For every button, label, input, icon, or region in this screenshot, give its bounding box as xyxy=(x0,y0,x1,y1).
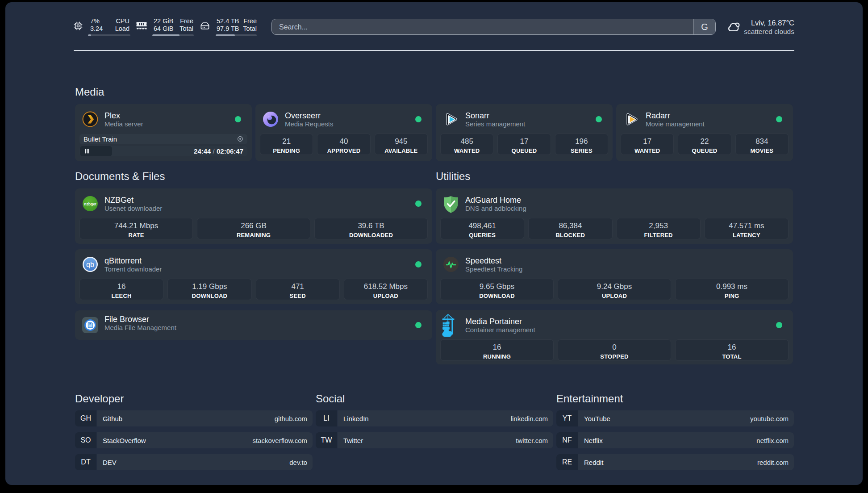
svg-text:nzbget: nzbget xyxy=(84,202,96,206)
svg-text:qb: qb xyxy=(86,261,94,268)
